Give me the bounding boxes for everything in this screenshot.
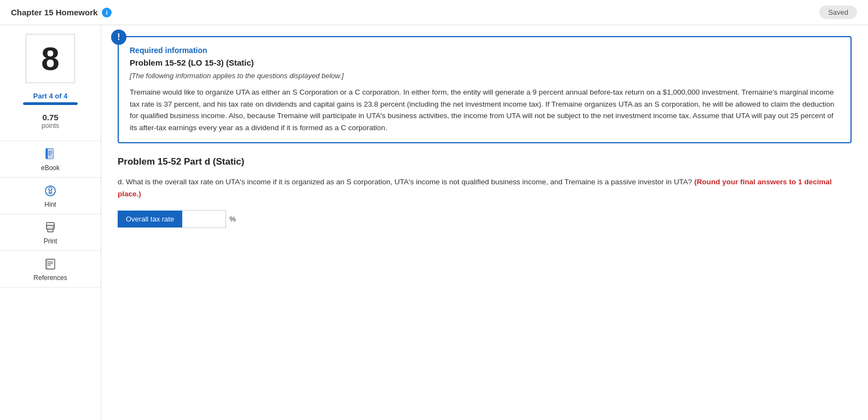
question-number-box: 8 <box>26 34 75 83</box>
required-info-label: Required information <box>130 46 840 55</box>
svg-point-15 <box>53 227 54 228</box>
svg-rect-2 <box>47 149 48 159</box>
svg-rect-20 <box>47 260 48 269</box>
main-layout: 8 Part 4 of 4 0.75 points eBook <box>0 25 868 420</box>
answer-row: Overall tax rate % <box>118 210 852 228</box>
overall-tax-rate-input[interactable] <box>182 210 226 228</box>
required-info-box: ! Required information Problem 15-52 (LO… <box>118 36 852 143</box>
sidebar-tool-ebook[interactable]: eBook <box>0 141 101 177</box>
points-section: 0.75 points <box>42 113 59 130</box>
ebook-label: eBook <box>41 164 60 172</box>
content-area: ! Required information Problem 15-52 (LO… <box>101 25 868 420</box>
page-header: Chapter 15 Homework i Saved <box>0 0 868 25</box>
book-icon <box>43 147 58 162</box>
points-value: 0.75 <box>42 113 59 122</box>
page-title: Chapter 15 Homework <box>11 8 97 17</box>
problem-title: Problem 15-52 (LO 15-3) (Static) <box>130 58 840 67</box>
problem-subtitle: [The following information applies to th… <box>130 72 840 80</box>
question-text: d. What is the overall tax rate on UTA's… <box>118 176 852 200</box>
hint-label: Hint <box>44 201 56 208</box>
print-icon <box>43 220 58 235</box>
sidebar-tool-references[interactable]: References <box>0 250 101 288</box>
sidebar-tool-hint[interactable]: Hint <box>0 177 101 214</box>
saved-badge: Saved <box>819 5 857 19</box>
question-body: d. What is the overall tax rate on UTA's… <box>118 178 692 186</box>
info-icon[interactable]: i <box>102 8 112 18</box>
print-label: Print <box>44 237 57 245</box>
references-label: References <box>33 274 67 282</box>
header-left: Chapter 15 Homework i <box>11 8 112 18</box>
svg-rect-1 <box>47 149 53 159</box>
svg-point-6 <box>45 186 55 196</box>
progress-bar-fill <box>23 102 78 105</box>
question-number: 8 <box>41 40 59 78</box>
sidebar: 8 Part 4 of 4 0.75 points eBook <box>0 25 101 420</box>
hint-icon <box>43 183 58 199</box>
progress-bar-container <box>23 102 78 105</box>
part-d-title: Problem 15-52 Part d (Static) <box>118 156 852 167</box>
references-icon <box>43 256 58 272</box>
problem-body: Tremaine would like to organize UTA as e… <box>130 86 840 133</box>
exclamation-badge: ! <box>111 30 126 45</box>
points-label: points <box>42 122 59 130</box>
part-indicator: Part 4 of 4 <box>33 92 68 100</box>
part-d-section: Problem 15-52 Part d (Static) d. What is… <box>118 156 852 228</box>
answer-label: Overall tax rate <box>118 211 182 228</box>
answer-unit: % <box>229 215 236 223</box>
svg-point-7 <box>49 187 52 190</box>
sidebar-tool-print[interactable]: Print <box>0 214 101 250</box>
